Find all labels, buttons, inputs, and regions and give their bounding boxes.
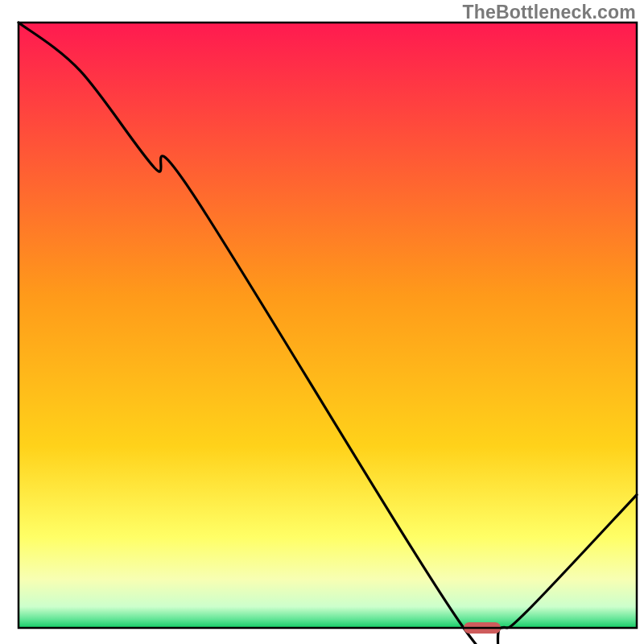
plot-background [19, 23, 637, 628]
bottleneck-chart [0, 0, 644, 644]
watermark-text: TheBottleneck.com [462, 2, 636, 23]
chart-container: TheBottleneck.com [0, 0, 644, 644]
